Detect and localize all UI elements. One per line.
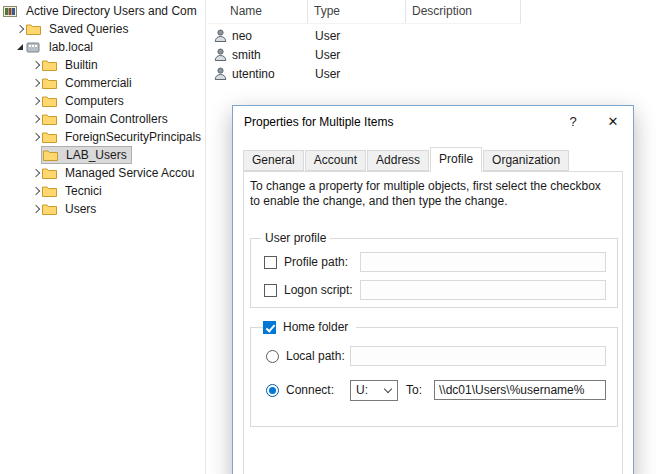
- tree-item-saved-queries[interactable]: Saved Queries: [0, 20, 205, 38]
- column-header-name[interactable]: Name: [207, 0, 308, 23]
- tab-strip: General Account Address Profile Organiza…: [243, 147, 570, 171]
- connect-label: Connect:: [286, 383, 350, 397]
- tree-item-computers[interactable]: Computers: [0, 92, 205, 110]
- tree-item-label: ForeignSecurityPrincipals: [62, 129, 204, 145]
- profile-path-label: Profile path:: [284, 255, 360, 269]
- console-tree: Active Directory Users and Com Saved Que…: [0, 0, 206, 474]
- tree-item-label: Saved Queries: [46, 21, 131, 37]
- chevron-down-icon[interactable]: [13, 44, 26, 50]
- tab-address[interactable]: Address: [367, 150, 429, 171]
- chevron-right-icon[interactable]: [29, 62, 42, 68]
- chevron-right-icon[interactable]: [29, 116, 42, 122]
- user-icon: [214, 48, 227, 61]
- local-path-label: Local path:: [286, 349, 350, 363]
- folder-icon: [26, 23, 41, 35]
- tree-item-label: Tecnici: [62, 183, 105, 199]
- aduc-window: Active Directory Users and Com Saved Que…: [0, 0, 656, 474]
- profile-tab-page: To change a property for multiple object…: [243, 171, 623, 474]
- chevron-right-icon[interactable]: [29, 80, 42, 86]
- user-profile-group: User profile Profile path: Logon script:: [250, 238, 618, 308]
- aduc-root-icon: [3, 5, 18, 18]
- list-row-neo[interactable]: neo User: [207, 26, 521, 45]
- drive-letter-value: U:: [351, 383, 385, 397]
- profile-path-input[interactable]: [360, 252, 606, 272]
- cell-name: smith: [232, 48, 261, 62]
- folder-icon: [42, 113, 57, 125]
- chevron-right-icon[interactable]: [29, 134, 42, 140]
- tree-item-commerciali[interactable]: Commerciali: [0, 74, 205, 92]
- tree-item-label: lab.local: [46, 39, 96, 55]
- tree-item-label: Computers: [62, 93, 127, 109]
- tree-item-label: LAB_Users: [63, 147, 130, 163]
- local-path-input[interactable]: [350, 346, 606, 366]
- chevron-down-icon: [384, 385, 392, 393]
- close-button[interactable]: ✕: [593, 106, 633, 137]
- column-header-description[interactable]: Description: [406, 0, 521, 23]
- chevron-right-icon[interactable]: [29, 206, 42, 212]
- list-header: Name Type Description: [207, 0, 521, 24]
- tree-item-label: Managed Service Accou: [62, 165, 197, 181]
- local-path-row: Local path:: [266, 346, 606, 366]
- domain-icon: [26, 41, 41, 54]
- dialog-titlebar[interactable]: Properties for Multiple Items ? ✕: [233, 106, 633, 138]
- tree-item-tecnici[interactable]: Tecnici: [0, 182, 205, 200]
- list-row-utentino[interactable]: utentino User: [207, 64, 521, 83]
- tree-item-root[interactable]: Active Directory Users and Com: [0, 2, 205, 20]
- home-folder-label: Home folder: [283, 320, 348, 334]
- user-icon: [214, 29, 227, 42]
- folder-icon: [42, 59, 57, 71]
- logon-script-label: Logon script:: [284, 283, 360, 297]
- cell-type: User: [308, 29, 406, 43]
- cell-type: User: [308, 48, 406, 62]
- to-label: To:: [406, 383, 430, 397]
- home-folder-row: Home folder: [263, 318, 356, 336]
- home-folder-checkbox[interactable]: [263, 321, 276, 334]
- tree-item-builtin[interactable]: Builtin: [0, 56, 205, 74]
- tree-item-label: Users: [62, 201, 99, 217]
- folder-icon: [42, 95, 57, 107]
- selected-tree-item[interactable]: LAB_Users: [42, 147, 131, 163]
- column-header-type[interactable]: Type: [308, 0, 406, 23]
- chevron-right-icon[interactable]: [13, 26, 26, 32]
- list-row-smith[interactable]: smith User: [207, 45, 521, 64]
- tab-general[interactable]: General: [243, 150, 304, 171]
- properties-dialog: Properties for Multiple Items ? ✕ Genera…: [232, 105, 634, 474]
- folder-icon: [43, 149, 58, 161]
- drive-letter-select[interactable]: U:: [350, 380, 398, 401]
- chevron-right-icon[interactable]: [29, 170, 42, 176]
- local-path-radio[interactable]: [266, 350, 279, 363]
- logon-script-checkbox[interactable]: [264, 284, 277, 297]
- connect-radio[interactable]: [266, 384, 279, 397]
- tab-account[interactable]: Account: [305, 150, 366, 171]
- tree-item-lab-local[interactable]: lab.local: [0, 38, 205, 56]
- tree-item-label: Domain Controllers: [62, 111, 171, 127]
- tree-item-managed-service-accounts[interactable]: Managed Service Accou: [0, 164, 205, 182]
- folder-icon: [42, 203, 57, 215]
- chevron-right-icon[interactable]: [29, 188, 42, 194]
- tree-item-domain-controllers[interactable]: Domain Controllers: [0, 110, 205, 128]
- tree-item-label: Active Directory Users and Com: [23, 3, 200, 19]
- cell-name: utentino: [232, 67, 275, 81]
- group-label: User profile: [261, 231, 330, 245]
- profile-path-row: Profile path:: [264, 252, 606, 272]
- intro-text: To change a property for multiple object…: [250, 179, 612, 209]
- tab-organization[interactable]: Organization: [483, 150, 569, 171]
- logon-script-row: Logon script:: [264, 280, 606, 300]
- tree-item-users[interactable]: Users: [0, 200, 205, 218]
- logon-script-input[interactable]: [360, 280, 606, 300]
- tab-profile[interactable]: Profile: [430, 147, 482, 172]
- connect-path-input[interactable]: [434, 380, 606, 400]
- cell-type: User: [308, 67, 406, 81]
- dialog-title: Properties for Multiple Items: [244, 115, 393, 129]
- folder-icon: [42, 185, 57, 197]
- profile-path-checkbox[interactable]: [264, 256, 277, 269]
- help-button[interactable]: ?: [553, 106, 593, 137]
- folder-icon: [42, 167, 57, 179]
- folder-icon: [42, 77, 57, 89]
- user-icon: [214, 67, 227, 80]
- connect-row: Connect: U: To:: [266, 380, 606, 400]
- chevron-right-icon[interactable]: [29, 98, 42, 104]
- home-folder-group: Local path: Connect: U: To:: [250, 327, 618, 427]
- tree-item-foreignsecurityprincipals[interactable]: ForeignSecurityPrincipals: [0, 128, 205, 146]
- tree-item-lab-users[interactable]: LAB_Users: [0, 146, 205, 164]
